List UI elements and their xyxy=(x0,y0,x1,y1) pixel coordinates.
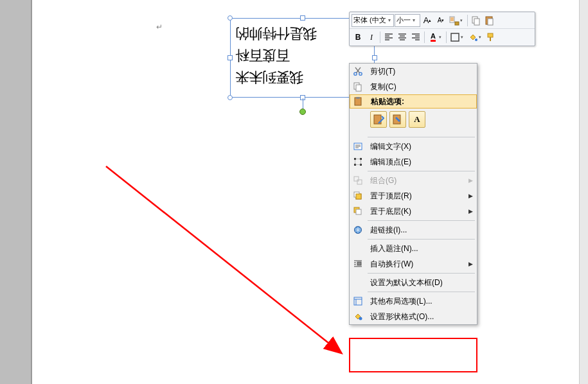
menu-cut-label: 剪切(T) xyxy=(366,66,467,77)
menu-auto-wrap-label: 自动换行(W) xyxy=(366,259,467,270)
menu-edit-text[interactable]: 编辑文字(X) xyxy=(350,139,477,154)
paste-icon xyxy=(350,95,367,108)
edit-text-icon xyxy=(350,139,366,154)
paste-option-merge[interactable] xyxy=(389,111,406,128)
copy-button[interactable] xyxy=(470,14,483,27)
copy-icon xyxy=(350,79,366,94)
svg-rect-3 xyxy=(474,19,479,25)
menu-edit-text-label: 编辑文字(X) xyxy=(366,141,467,152)
font-name-value: 宋体 (中文 xyxy=(353,15,386,25)
menu-copy-label: 复制(C) xyxy=(366,82,467,92)
font-size-combo[interactable]: 小一▾ xyxy=(395,14,420,27)
align-left-button[interactable] xyxy=(382,31,395,44)
shrink-font-button[interactable]: A▾ xyxy=(434,14,447,27)
menu-auto-wrap[interactable]: 自动换行(W) ▶ xyxy=(350,256,477,272)
menu-paste-options[interactable]: 粘贴选项: xyxy=(350,94,477,109)
menu-edit-points[interactable]: 编辑顶点(E) xyxy=(350,154,477,170)
svg-rect-15 xyxy=(356,97,360,99)
rotation-handle[interactable] xyxy=(299,109,306,115)
menu-group: 组合(G) ▶ xyxy=(350,173,477,188)
font-color-button[interactable]: A xyxy=(427,31,440,44)
menu-set-default-textbox[interactable]: 设置为默认文本框(D) xyxy=(350,275,477,290)
align-right-button[interactable] xyxy=(409,31,422,44)
svg-rect-29 xyxy=(356,209,361,214)
menu-more-layout-label: 其他布局选项(L)... xyxy=(366,296,467,307)
svg-point-7 xyxy=(475,39,477,41)
format-shape-icon xyxy=(350,309,366,324)
paste-button[interactable] xyxy=(483,14,496,27)
menu-insert-caption[interactable]: 插入题注(N)... xyxy=(350,241,477,256)
submenu-arrow-icon: ▶ xyxy=(468,208,473,214)
align-center-button[interactable] xyxy=(396,31,409,44)
bring-front-icon xyxy=(350,188,366,204)
svg-point-33 xyxy=(359,317,362,320)
grow-font-button[interactable]: A▴ xyxy=(421,14,434,27)
paste-option-source[interactable] xyxy=(370,111,387,128)
rotation-connector xyxy=(303,98,303,109)
svg-rect-6 xyxy=(451,33,459,41)
svg-rect-1 xyxy=(455,22,459,25)
shape-fill-dropdown-icon[interactable]: ▾ xyxy=(479,35,484,40)
menu-set-default-textbox-label: 设置为默认文本框(D) xyxy=(366,277,467,288)
svg-rect-5 xyxy=(488,19,493,25)
send-back-icon xyxy=(350,204,366,219)
submenu-arrow-icon: ▶ xyxy=(468,193,473,199)
shape-outline-button[interactable] xyxy=(449,31,461,44)
svg-rect-31 xyxy=(357,262,361,265)
svg-rect-32 xyxy=(354,297,362,305)
document-canvas[interactable]: ↵ 我要到未来 百度百科 我是什特帅的 xyxy=(31,0,587,384)
menu-cut[interactable]: 剪切(T) xyxy=(350,64,477,79)
menu-hyperlink[interactable]: 超链接(I)... xyxy=(350,222,477,238)
shape-fill-button[interactable] xyxy=(467,31,479,44)
menu-paste-options-label: 粘贴选项: xyxy=(367,96,466,107)
menu-insert-caption-label: 插入题注(N)... xyxy=(366,243,467,254)
wrap-icon xyxy=(350,256,366,272)
svg-rect-8 xyxy=(488,33,493,37)
vertical-scrollbar[interactable] xyxy=(579,0,588,384)
svg-rect-13 xyxy=(356,85,361,91)
svg-rect-24 xyxy=(357,180,362,184)
hyperlink-icon xyxy=(350,222,366,238)
styles-dropdown-icon[interactable]: ▾ xyxy=(460,18,465,23)
menu-bring-front[interactable]: 置于顶层(R) ▶ xyxy=(350,188,477,204)
font-name-combo[interactable]: 宋体 (中文▾ xyxy=(352,14,394,27)
context-menu: 剪切(T) 复制(C) 粘贴选项: A 编辑文字(X) 编辑顶点(E) 组合(G… xyxy=(349,63,477,325)
styles-button[interactable] xyxy=(448,14,461,27)
mini-toolbar: 宋体 (中文▾ 小一▾ A▴ A▾ ▾ B I A ▾ ▾ ▾ xyxy=(349,12,535,46)
submenu-arrow-icon: ▶ xyxy=(468,177,473,184)
font-size-value: 小一 xyxy=(396,15,411,25)
paragraph-mark: ↵ xyxy=(156,22,163,31)
menu-more-layout[interactable]: 其他布局选项(L)... xyxy=(350,293,477,309)
svg-rect-23 xyxy=(354,177,359,181)
shape-outline-dropdown-icon[interactable]: ▾ xyxy=(461,35,466,40)
italic-button[interactable]: I xyxy=(365,31,378,44)
default-textbox-icon xyxy=(350,275,366,290)
scissors-icon xyxy=(350,64,366,79)
menu-group-label: 组合(G) xyxy=(366,175,467,186)
svg-rect-27 xyxy=(356,194,361,199)
bold-button[interactable]: B xyxy=(352,31,364,44)
menu-copy[interactable]: 复制(C) xyxy=(350,79,477,94)
resize-handle-bottom-left[interactable] xyxy=(227,95,233,100)
submenu-arrow-icon: ▶ xyxy=(468,261,473,267)
paste-option-text-only[interactable]: A xyxy=(409,111,425,128)
caption-icon xyxy=(350,241,366,256)
font-color-dropdown-icon[interactable]: ▾ xyxy=(439,35,444,40)
menu-hyperlink-label: 超链接(I)... xyxy=(366,225,467,236)
menu-send-back[interactable]: 置于底层(K) ▶ xyxy=(350,204,477,219)
group-icon xyxy=(350,173,366,188)
menu-format-shape[interactable]: 设置形状格式(O)... xyxy=(350,309,477,324)
paste-options-row: A xyxy=(350,109,477,135)
menu-format-shape-label: 设置形状格式(O)... xyxy=(366,311,467,322)
svg-rect-9 xyxy=(490,37,491,41)
menu-send-back-label: 置于底层(K) xyxy=(366,206,467,217)
menu-edit-points-label: 编辑顶点(E) xyxy=(366,157,467,168)
edit-points-icon xyxy=(350,154,366,170)
format-painter-button[interactable] xyxy=(485,31,497,44)
layout-icon xyxy=(350,293,366,309)
menu-bring-front-label: 置于顶层(R) xyxy=(366,191,467,202)
